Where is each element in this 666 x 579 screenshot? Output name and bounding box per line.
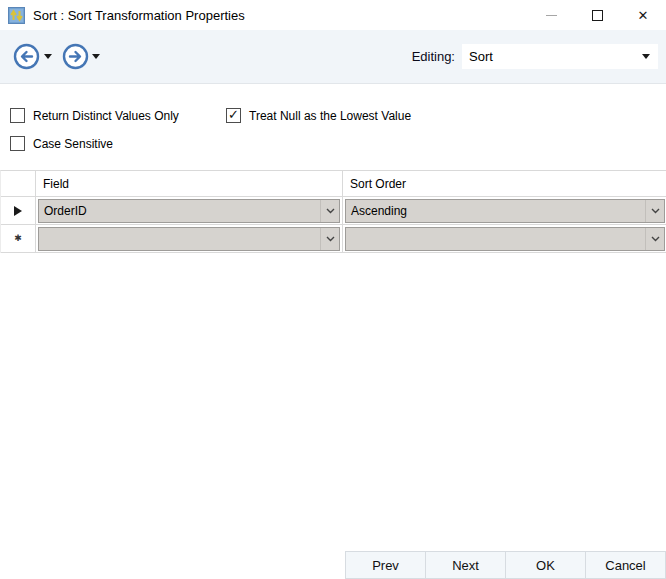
sort-order-combobox-1[interactable]: Ascending [345,199,665,223]
prev-button[interactable]: Prev [345,551,426,579]
sort-order-value-1: Ascending [346,204,407,218]
new-row-asterisk-icon: ✱ [14,234,22,243]
editing-label: Editing: [412,49,455,64]
editing-group: Editing: Sort [412,44,658,69]
chevron-down-icon [645,228,664,250]
maximize-button[interactable] [574,0,620,30]
grid-header-field[interactable]: Field [36,171,343,197]
field-combobox-1[interactable]: OrderID [38,199,340,223]
cancel-button[interactable]: Cancel [585,551,666,579]
dialog-window: Sort : Sort Transformation Properties ✕ … [0,0,666,579]
grid-header-row: Field Sort Order [1,171,666,197]
sort-order-combobox-2[interactable] [345,227,665,251]
row-indicator-current[interactable] [1,197,36,225]
field-combobox-2[interactable] [38,227,340,251]
current-row-arrow-icon [14,206,22,216]
titlebar: Sort : Sort Transformation Properties ✕ [0,0,666,30]
close-button[interactable]: ✕ [620,0,666,30]
chevron-down-icon [645,200,664,222]
maximize-icon [592,10,603,21]
minimize-icon [546,15,557,16]
toolbar: Editing: Sort [0,30,666,84]
sort-order-cell-2 [343,225,666,253]
row-indicator-new[interactable]: ✱ [1,225,36,253]
back-button[interactable] [13,43,40,70]
checkbox-label: Return Distinct Values Only [33,109,179,123]
grid-header-sort-order[interactable]: Sort Order [343,171,666,197]
ok-button[interactable]: OK [505,551,586,579]
checkbox-return-distinct[interactable]: ✓ Return Distinct Values Only [10,108,179,123]
field-value-1: OrderID [39,204,87,218]
grid-row-new: ✱ [1,225,666,253]
back-history-dropdown[interactable] [44,54,52,59]
editing-combobox-value: Sort [469,49,493,64]
checkbox-box: ✓ [10,108,25,123]
caption-buttons: ✕ [528,0,666,30]
minimize-button[interactable] [528,0,574,30]
forward-button[interactable] [62,43,89,70]
options-row-1: ✓ Return Distinct Values Only ✓ Treat Nu… [0,108,666,126]
editing-combobox[interactable]: Sort [462,44,658,69]
window-title: Sort : Sort Transformation Properties [33,8,245,23]
sort-order-cell-1: Ascending [343,197,666,225]
footer-buttons: Prev Next OK Cancel [345,551,666,579]
checkbox-box: ✓ [226,108,241,123]
grid-row-1: OrderID Ascending [1,197,666,225]
checkbox-treat-null[interactable]: ✓ Treat Null as the Lowest Value [226,108,411,123]
grid-corner-cell[interactable] [1,171,36,197]
checkbox-box: ✓ [10,136,25,151]
checkbox-label: Case Sensitive [33,137,113,151]
next-button[interactable]: Next [425,551,506,579]
sort-transform-icon [8,7,25,24]
forward-history-dropdown[interactable] [92,54,100,59]
check-icon: ✓ [228,108,239,121]
sort-fields-grid: Field Sort Order OrderID Ascending [0,170,666,253]
chevron-down-icon [642,54,650,59]
checkbox-label: Treat Null as the Lowest Value [249,109,411,123]
field-cell-1: OrderID [36,197,343,225]
close-icon: ✕ [638,9,649,22]
chevron-down-icon [320,200,339,222]
field-cell-2 [36,225,343,253]
options-row-2: ✓ Case Sensitive [0,136,666,154]
chevron-down-icon [320,228,339,250]
checkbox-case-sensitive[interactable]: ✓ Case Sensitive [10,136,113,151]
